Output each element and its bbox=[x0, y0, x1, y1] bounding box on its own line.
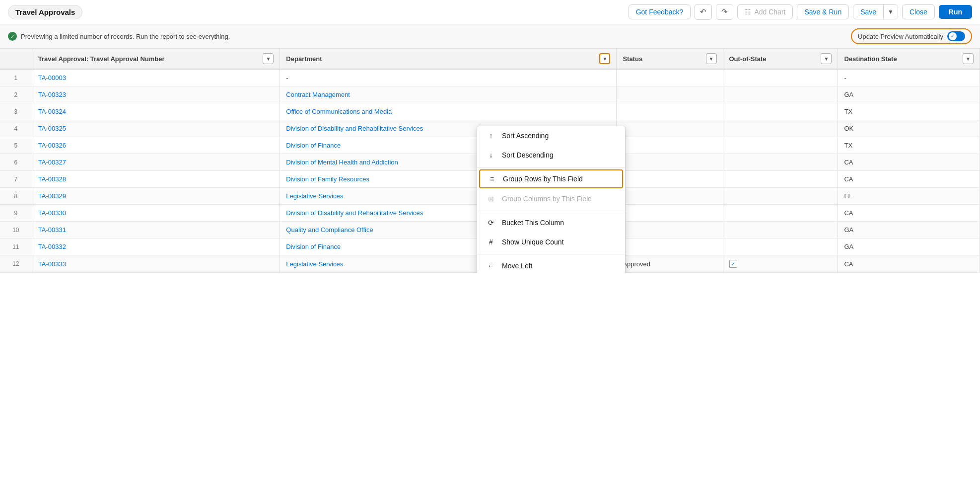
cell-out-of-state bbox=[723, 154, 838, 171]
table-row: 2TA-00323Contract ManagementGA bbox=[0, 86, 980, 103]
cell-status bbox=[617, 222, 723, 238]
cell-travel-num[interactable]: TA-00325 bbox=[32, 120, 280, 137]
save-button-group: Save ▼ bbox=[853, 4, 898, 19]
menu-item-bucket-this-column[interactable]: ⟳Bucket This Column bbox=[477, 213, 625, 233]
cell-status bbox=[617, 103, 723, 120]
cell-out-of-state bbox=[723, 188, 838, 205]
cell-out-of-state bbox=[723, 103, 838, 120]
cell-dest-state: CA bbox=[838, 205, 980, 222]
cell-travel-num[interactable]: TA-00327 bbox=[32, 154, 280, 171]
cell-out-of-state: ✓ bbox=[723, 255, 838, 273]
save-run-button[interactable]: Save & Run bbox=[797, 4, 849, 19]
menu-item-group-columns-by-this-field: ⊞Group Columns by This Field bbox=[477, 189, 625, 209]
menu-item-label: Move Left bbox=[502, 262, 532, 270]
menu-item-icon: ≡ bbox=[487, 175, 497, 183]
checkbox-icon[interactable]: ✓ bbox=[729, 260, 737, 268]
cell-status bbox=[617, 154, 723, 171]
column-context-menu: ↑Sort Ascending↓Sort Descending≡Group Ro… bbox=[477, 126, 626, 273]
cell-travel-num[interactable]: TA-00323 bbox=[32, 86, 280, 103]
cell-department: Office of Communications and Media bbox=[280, 103, 617, 120]
cell-travel-num[interactable]: TA-00329 bbox=[32, 188, 280, 205]
app-header: Travel Approvals Got Feedback? ↶ ↷ ☷ Add… bbox=[0, 0, 980, 24]
col-dropdown-out-of-state[interactable]: ▼ bbox=[821, 53, 832, 64]
cell-out-of-state bbox=[723, 86, 838, 103]
cell-status bbox=[617, 69, 723, 86]
menu-item-group-rows-by-this-field[interactable]: ≡Group Rows by This Field bbox=[479, 169, 623, 188]
cell-travel-num[interactable]: TA-00331 bbox=[32, 222, 280, 238]
menu-item-sort-ascending[interactable]: ↑Sort Ascending bbox=[477, 126, 625, 146]
cell-status bbox=[617, 205, 723, 222]
menu-divider bbox=[477, 167, 625, 167]
cell-out-of-state bbox=[723, 205, 838, 222]
preview-bar: ✓ Previewing a limited number of records… bbox=[0, 24, 980, 49]
menu-item-icon: ↓ bbox=[486, 151, 496, 159]
cell-travel-num[interactable]: TA-00328 bbox=[32, 171, 280, 188]
chart-icon: ☷ bbox=[745, 8, 751, 16]
cell-department: - bbox=[280, 69, 617, 86]
col-dropdown-travel-num[interactable]: ▼ bbox=[263, 53, 274, 64]
col-header-dest-state: Destination State ▼ bbox=[838, 49, 980, 69]
table-row: 1TA-00003-- bbox=[0, 69, 980, 86]
menu-divider bbox=[477, 211, 625, 211]
app-title: Travel Approvals bbox=[8, 5, 82, 19]
cell-dest-state: - bbox=[838, 69, 980, 86]
cell-out-of-state bbox=[723, 222, 838, 238]
redo-button[interactable]: ↷ bbox=[716, 4, 733, 20]
cell-status bbox=[617, 120, 723, 137]
cell-dest-state: CA bbox=[838, 255, 980, 273]
update-preview-toggle[interactable]: Update Preview Automatically bbox=[851, 28, 972, 44]
row-number: 6 bbox=[0, 154, 32, 171]
cell-out-of-state bbox=[723, 238, 838, 255]
cell-dest-state: GA bbox=[838, 222, 980, 238]
row-number: 10 bbox=[0, 222, 32, 238]
feedback-button[interactable]: Got Feedback? bbox=[629, 4, 691, 19]
cell-travel-num[interactable]: TA-00324 bbox=[32, 103, 280, 120]
cell-dest-state: TX bbox=[838, 137, 980, 154]
col-dropdown-department[interactable]: ▼ bbox=[599, 53, 610, 64]
col-header-rownum bbox=[0, 49, 32, 69]
menu-item-icon: ⟳ bbox=[486, 219, 496, 227]
cell-travel-num[interactable]: TA-00326 bbox=[32, 137, 280, 154]
auto-preview-toggle[interactable] bbox=[947, 31, 965, 41]
cell-out-of-state bbox=[723, 120, 838, 137]
menu-item-label: Bucket This Column bbox=[502, 219, 564, 227]
menu-item-icon: ← bbox=[486, 262, 496, 270]
cell-travel-num[interactable]: TA-00333 bbox=[32, 255, 280, 273]
row-number: 7 bbox=[0, 171, 32, 188]
cell-status bbox=[617, 188, 723, 205]
cell-dest-state: TX bbox=[838, 103, 980, 120]
add-chart-button[interactable]: ☷ Add Chart bbox=[737, 4, 793, 19]
row-number: 8 bbox=[0, 188, 32, 205]
menu-item-show-unique-count[interactable]: #Show Unique Count bbox=[477, 233, 625, 252]
menu-item-sort-descending[interactable]: ↓Sort Descending bbox=[477, 146, 625, 165]
menu-item-label: Sort Descending bbox=[502, 151, 554, 159]
close-button[interactable]: Close bbox=[902, 4, 935, 19]
menu-item-icon: ↑ bbox=[486, 132, 496, 140]
save-button[interactable]: Save bbox=[853, 5, 884, 19]
undo-button[interactable]: ↶ bbox=[695, 4, 712, 20]
save-caret-button[interactable]: ▼ bbox=[884, 5, 898, 19]
cell-dest-state: FL bbox=[838, 188, 980, 205]
menu-item-label: Show Unique Count bbox=[502, 238, 564, 246]
row-number: 5 bbox=[0, 137, 32, 154]
menu-divider bbox=[477, 254, 625, 254]
menu-item-move-left[interactable]: ←Move Left bbox=[477, 256, 625, 273]
cell-status bbox=[617, 171, 723, 188]
col-header-out-of-state: Out-of-State ▼ bbox=[723, 49, 838, 69]
col-header-department: Department ▼ bbox=[280, 49, 617, 69]
cell-status bbox=[617, 86, 723, 103]
run-button[interactable]: Run bbox=[939, 5, 972, 19]
cell-travel-num[interactable]: TA-00003 bbox=[32, 69, 280, 86]
cell-status bbox=[617, 137, 723, 154]
cell-department: Contract Management bbox=[280, 86, 617, 103]
row-number: 2 bbox=[0, 86, 32, 103]
cell-travel-num[interactable]: TA-00332 bbox=[32, 238, 280, 255]
cell-travel-num[interactable]: TA-00330 bbox=[32, 205, 280, 222]
menu-item-icon: ⊞ bbox=[486, 195, 496, 203]
col-dropdown-dest-state[interactable]: ▼ bbox=[963, 53, 974, 64]
menu-item-label: Sort Ascending bbox=[502, 132, 549, 140]
check-icon: ✓ bbox=[8, 32, 17, 41]
cell-dest-state: GA bbox=[838, 86, 980, 103]
col-dropdown-status[interactable]: ▼ bbox=[706, 53, 717, 64]
menu-item-icon: # bbox=[486, 238, 496, 246]
